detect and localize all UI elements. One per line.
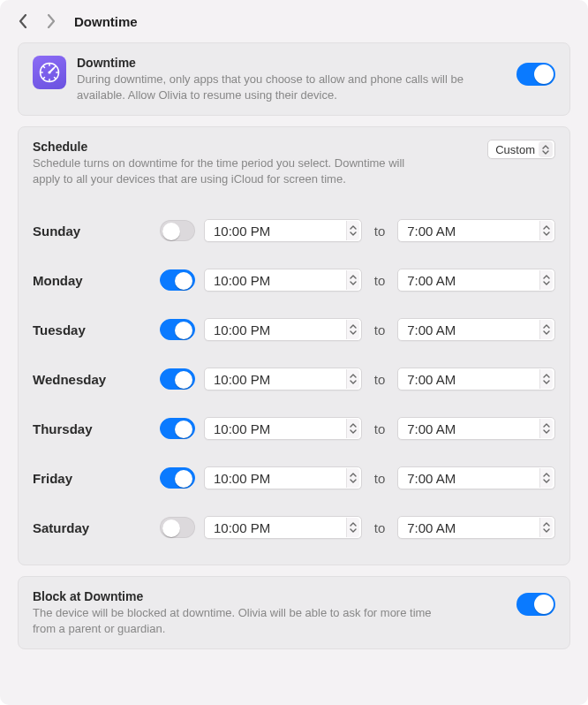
day-row: Saturday 10:00 PM to 7:00 AM [33, 503, 555, 552]
time-from-value: 10:00 PM [214, 471, 270, 486]
time-to-value: 7:00 AM [407, 322, 456, 337]
downtime-hero-panel: Downtime During downtime, only apps that… [18, 42, 570, 116]
nav-forward-button[interactable] [41, 9, 62, 34]
day-toggle[interactable] [160, 368, 195, 390]
schedule-title: Schedule [33, 140, 477, 154]
time-to-value: 7:00 AM [407, 471, 456, 486]
day-row: Wednesday 10:00 PM to 7:00 AM [33, 354, 555, 404]
time-to-field[interactable]: 7:00 AM [397, 269, 555, 292]
day-label: Monday [33, 273, 151, 288]
day-label: Tuesday [33, 322, 151, 337]
chevron-right-icon [46, 14, 57, 28]
downtime-master-toggle[interactable] [516, 63, 555, 86]
time-stepper-icon[interactable] [539, 419, 553, 438]
time-from-field[interactable]: 10:00 PM [204, 318, 362, 341]
block-at-downtime-panel: Block at Downtime The device will be blo… [18, 576, 570, 649]
time-to-label: to [371, 372, 389, 387]
dropdown-stepper-icon [539, 141, 553, 157]
time-to-value: 7:00 AM [407, 372, 456, 387]
nav-back-button[interactable] [12, 9, 34, 34]
day-label: Friday [33, 471, 151, 486]
time-to-value: 7:00 AM [407, 520, 456, 535]
titlebar: Downtime [0, 0, 588, 42]
time-to-value: 7:00 AM [407, 421, 456, 436]
time-stepper-icon[interactable] [346, 468, 359, 488]
block-title: Block at Downtime [33, 589, 506, 603]
time-from-field[interactable]: 10:00 PM [204, 368, 362, 390]
time-from-value: 10:00 PM [214, 322, 270, 337]
time-to-label: to [371, 322, 389, 337]
day-label: Sunday [33, 224, 151, 239]
time-to-label: to [371, 421, 389, 436]
day-toggle[interactable] [160, 467, 195, 489]
day-toggle[interactable] [160, 269, 195, 291]
time-to-field[interactable]: 7:00 AM [397, 466, 555, 489]
time-to-label: to [371, 224, 389, 239]
block-desc: The device will be blocked at downtime. … [33, 605, 456, 636]
svg-point-9 [48, 71, 50, 73]
time-stepper-icon[interactable] [539, 221, 553, 240]
time-to-field[interactable]: 7:00 AM [397, 417, 555, 440]
svg-line-5 [43, 66, 44, 67]
time-stepper-icon[interactable] [346, 320, 359, 339]
day-toggle[interactable] [160, 418, 195, 439]
time-to-label: to [371, 471, 389, 486]
schedule-days-list: Sunday 10:00 PM to 7:00 AM Monday 10:00 … [33, 206, 555, 552]
time-from-value: 10:00 PM [214, 372, 270, 387]
day-row: Tuesday 10:00 PM to 7:00 AM [33, 305, 555, 354]
time-stepper-icon[interactable] [346, 419, 359, 438]
content: Downtime During downtime, only apps that… [0, 42, 588, 667]
time-stepper-icon[interactable] [539, 320, 553, 339]
day-toggle[interactable] [160, 319, 195, 340]
time-to-label: to [371, 520, 389, 535]
time-from-value: 10:00 PM [214, 273, 270, 288]
time-from-field[interactable]: 10:00 PM [204, 516, 362, 539]
time-to-label: to [371, 273, 389, 288]
time-stepper-icon[interactable] [539, 468, 553, 488]
time-stepper-icon[interactable] [539, 369, 553, 389]
day-toggle[interactable] [160, 220, 195, 241]
day-row: Thursday 10:00 PM to 7:00 AM [33, 404, 555, 453]
time-stepper-icon[interactable] [539, 270, 553, 290]
day-label: Saturday [33, 520, 151, 535]
day-toggle[interactable] [160, 517, 195, 538]
time-to-field[interactable]: 7:00 AM [397, 516, 555, 539]
schedule-panel: Schedule Schedule turns on downtime for … [18, 126, 570, 565]
time-from-field[interactable]: 10:00 PM [204, 466, 362, 489]
schedule-desc: Schedule turns on downtime for the time … [33, 155, 412, 186]
gauge-icon [38, 61, 61, 84]
time-to-field[interactable]: 7:00 AM [397, 318, 555, 341]
day-row: Sunday 10:00 PM to 7:00 AM [33, 206, 555, 255]
time-stepper-icon[interactable] [346, 369, 359, 389]
day-row: Monday 10:00 PM to 7:00 AM [33, 255, 555, 305]
downtime-icon [33, 56, 66, 89]
chevron-left-icon [18, 14, 28, 28]
svg-line-7 [43, 78, 44, 79]
time-from-field[interactable]: 10:00 PM [204, 417, 362, 440]
time-from-value: 10:00 PM [214, 520, 270, 535]
schedule-mode-value: Custom [495, 143, 535, 156]
time-to-field[interactable]: 7:00 AM [397, 219, 555, 242]
time-from-value: 10:00 PM [214, 224, 270, 239]
time-stepper-icon[interactable] [346, 518, 359, 537]
time-stepper-icon[interactable] [346, 221, 359, 240]
day-label: Thursday [33, 421, 151, 436]
svg-line-6 [55, 78, 56, 79]
downtime-window: Downtime [0, 0, 588, 705]
time-stepper-icon[interactable] [539, 518, 553, 537]
svg-line-8 [55, 66, 56, 67]
day-row: Friday 10:00 PM to 7:00 AM [33, 453, 555, 503]
time-stepper-icon[interactable] [346, 270, 359, 290]
day-label: Wednesday [33, 372, 151, 387]
time-to-value: 7:00 AM [407, 273, 456, 288]
downtime-hero-title: Downtime [77, 56, 506, 70]
time-to-field[interactable]: 7:00 AM [397, 368, 555, 390]
time-to-value: 7:00 AM [407, 224, 456, 239]
downtime-hero-desc: During downtime, only apps that you choo… [77, 72, 506, 102]
page-title: Downtime [74, 14, 138, 29]
time-from-field[interactable]: 10:00 PM [204, 269, 362, 292]
time-from-field[interactable]: 10:00 PM [204, 219, 362, 242]
time-from-value: 10:00 PM [214, 421, 270, 436]
block-at-downtime-toggle[interactable] [516, 593, 555, 616]
schedule-mode-dropdown[interactable]: Custom [487, 140, 555, 159]
